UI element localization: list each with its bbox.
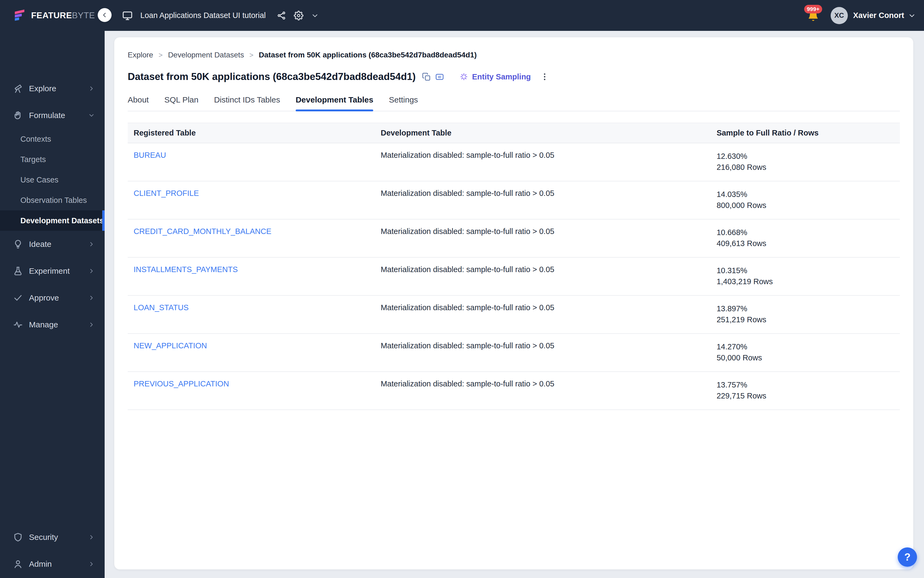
sidebar-item-development-datasets[interactable]: Development Datasets (0, 210, 105, 231)
registered-table-link[interactable]: CLIENT_PROFILE (134, 189, 199, 198)
tab-sql-plan[interactable]: SQL Plan (164, 95, 198, 111)
breadcrumb-item-explore[interactable]: Explore (128, 51, 153, 59)
row-count: 409,613 Rows (717, 238, 894, 249)
copy-icon[interactable] (422, 73, 431, 81)
notifications-button[interactable]: 999+ (803, 0, 823, 31)
sidebar-item-observation-tables[interactable]: Observation Tables (0, 190, 105, 210)
sample-ratio: 14.270% (717, 341, 894, 352)
sidebar-subitem-label: Contexts (20, 135, 51, 144)
breadcrumb-item-development-datasets[interactable]: Development Datasets (168, 51, 244, 59)
lightbulb-icon (13, 239, 23, 249)
content-card: Explore > Development Datasets > Dataset… (114, 37, 913, 570)
development-table-status: Materialization disabled: sample-to-full… (381, 189, 554, 198)
sidebar-item-targets[interactable]: Targets (0, 149, 105, 170)
row-count: 251,219 Rows (717, 314, 894, 325)
catalog-switcher[interactable]: Loan Applications Dataset UI tutorial (122, 0, 319, 31)
share-icon[interactable] (277, 11, 286, 20)
breadcrumb-separator: > (159, 51, 162, 59)
tab-distinct-ids-tables[interactable]: Distinct IDs Tables (214, 95, 280, 111)
sidebar-item-admin[interactable]: Admin (0, 550, 105, 578)
sidebar-item-label: Explore (29, 84, 56, 93)
help-button[interactable]: ? (898, 547, 917, 567)
table-header-row: Registered Table Development Table Sampl… (128, 123, 900, 143)
formulate-icon (13, 110, 23, 120)
sidebar-item-approve[interactable]: Approve (0, 284, 105, 311)
brand-name: FEATUREBYTE (31, 10, 95, 20)
sample-ratio: 10.668% (717, 227, 894, 238)
breadcrumb-separator: > (249, 51, 253, 59)
chevron-right-icon (88, 321, 95, 328)
column-header-registered-table: Registered Table (128, 123, 375, 143)
topbar-user-area: 999+ XC Xavier Conort (803, 0, 916, 31)
main-content: Explore > Development Datasets > Dataset… (105, 31, 924, 578)
topbar: Loan Applications Dataset UI tutorial 99… (0, 0, 924, 31)
sidebar-item-ideate[interactable]: Ideate (0, 231, 105, 258)
sidebar-item-explore[interactable]: Explore (0, 75, 105, 102)
sample-ratio: 14.035% (717, 189, 894, 200)
sidebar-nav: Explore Formulate Contexts Targets Use C… (0, 75, 105, 338)
more-options-icon[interactable] (540, 72, 549, 81)
user-menu-chevron-icon[interactable] (908, 11, 916, 19)
pulse-icon (13, 320, 23, 330)
tab-development-tables[interactable]: Development Tables (296, 95, 373, 111)
entity-sampling-link[interactable]: Entity Sampling (460, 73, 531, 81)
sidebar: FEATUREBYTE Explore Formulate Contexts T… (0, 0, 105, 578)
registered-table-link[interactable]: PREVIOUS_APPLICATION (134, 380, 229, 388)
sample-ratio: 13.757% (717, 380, 894, 390)
catalog-label[interactable]: Loan Applications Dataset UI tutorial (140, 11, 266, 20)
sidebar-collapse-button[interactable] (98, 8, 112, 22)
chevron-right-icon (88, 560, 95, 568)
table-row: CLIENT_PROFILE Materialization disabled:… (128, 181, 900, 219)
development-table-status: Materialization disabled: sample-to-full… (381, 227, 554, 235)
registered-table-link[interactable]: LOAN_STATUS (134, 303, 189, 312)
notification-badge: 999+ (804, 5, 822, 13)
row-count: 1,403,219 Rows (717, 276, 894, 287)
registered-table-link[interactable]: BUREAU (134, 151, 166, 159)
registered-table-link[interactable]: NEW_APPLICATION (134, 341, 207, 350)
user-name[interactable]: Xavier Conort (853, 11, 904, 20)
sidebar-item-formulate[interactable]: Formulate (0, 102, 105, 129)
column-header-sample-ratio: Sample to Full Ratio / Rows (711, 123, 900, 143)
title-actions: ID (422, 73, 444, 81)
chevron-down-icon[interactable] (311, 11, 319, 19)
sidebar-subitem-label: Targets (20, 155, 46, 164)
explore-icon (13, 83, 23, 94)
brand-logo[interactable]: FEATUREBYTE (0, 0, 105, 31)
sample-ratio: 10.315% (717, 265, 894, 276)
avatar[interactable]: XC (831, 7, 848, 24)
svg-text:ID: ID (438, 75, 441, 79)
chevron-right-icon (88, 534, 95, 541)
sidebar-item-experiment[interactable]: Experiment (0, 258, 105, 284)
row-count: 800,000 Rows (717, 200, 894, 211)
featurebyte-logo-icon (12, 8, 28, 23)
sidebar-item-label: Manage (29, 320, 58, 329)
chevron-right-icon (88, 241, 95, 248)
breadcrumb-item-current: Dataset from 50K applications (68ca3be54… (259, 51, 477, 59)
sidebar-subitem-label: Observation Tables (20, 196, 87, 205)
id-badge-icon[interactable]: ID (435, 73, 444, 81)
row-count: 216,080 Rows (717, 162, 894, 173)
sidebar-item-security[interactable]: Security (0, 524, 105, 550)
registered-table-link[interactable]: CREDIT_CARD_MONTHLY_BALANCE (134, 227, 272, 235)
checkmark-icon (13, 293, 23, 303)
entity-sampling-label: Entity Sampling (472, 73, 531, 81)
sidebar-item-label: Approve (29, 293, 59, 302)
gear-icon[interactable] (294, 11, 303, 20)
table-row: NEW_APPLICATION Materialization disabled… (128, 334, 900, 372)
tab-settings[interactable]: Settings (389, 95, 418, 111)
sample-ratio: 13.897% (717, 303, 894, 314)
registered-table-link[interactable]: INSTALLMENTS_PAYMENTS (134, 265, 238, 274)
sample-ratio: 12.630% (717, 151, 894, 162)
breadcrumb: Explore > Development Datasets > Dataset… (128, 51, 900, 59)
sidebar-item-contexts[interactable]: Contexts (0, 129, 105, 149)
chevron-left-icon (101, 11, 108, 18)
sidebar-item-manage[interactable]: Manage (0, 311, 105, 338)
monitor-icon (122, 10, 133, 21)
sidebar-bottom-nav: Security Admin (0, 524, 105, 578)
tab-about[interactable]: About (128, 95, 149, 111)
chevron-right-icon (88, 268, 95, 274)
sidebar-item-label: Ideate (29, 240, 51, 249)
sidebar-item-use-cases[interactable]: Use Cases (0, 170, 105, 190)
table-row: LOAN_STATUS Materialization disabled: sa… (128, 295, 900, 334)
sidebar-item-label: Formulate (29, 111, 65, 120)
